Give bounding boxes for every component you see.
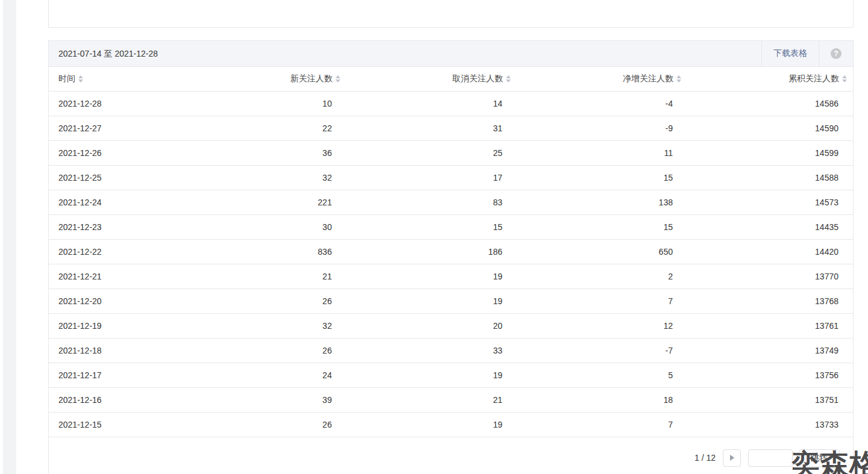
column-header-1[interactable]: 新关注人数: [238, 67, 346, 91]
value-cell: 32: [238, 313, 346, 338]
value-cell: 14573: [687, 190, 853, 214]
followers-table: 时间新关注人数取消关注人数净增关注人数累积关注人数 2021-12-281014…: [49, 67, 853, 437]
table-row: 2021-12-2330151514435: [49, 214, 853, 239]
watermark-text: 奕森格: [792, 446, 868, 474]
value-cell: 39: [238, 387, 346, 412]
table-row: 2021-12-172419513756: [49, 363, 853, 387]
value-cell: 30: [238, 214, 346, 239]
value-cell: 19: [346, 412, 517, 437]
value-cell: 14: [346, 91, 517, 116]
value-cell: 83: [346, 190, 517, 214]
value-cell: 221: [238, 190, 346, 214]
table-row: 2021-12-2636251114599: [49, 140, 853, 165]
value-cell: 17: [346, 165, 517, 190]
value-cell: 11: [517, 140, 687, 165]
sort-caret-icon[interactable]: [676, 75, 681, 83]
table-row: 2021-12-2283618665014420: [49, 239, 853, 264]
left-gutter: [3, 0, 16, 474]
date-cell: 2021-12-16: [49, 387, 238, 412]
top-card: [48, 0, 854, 28]
date-cell: 2021-12-24: [49, 190, 238, 214]
value-cell: -9: [517, 116, 687, 140]
value-cell: 33: [346, 338, 517, 363]
value-cell: 14599: [687, 140, 853, 165]
value-cell: 138: [517, 190, 687, 214]
value-cell: 13768: [687, 288, 853, 313]
value-cell: 13761: [687, 313, 853, 338]
column-header-label: 时间: [58, 73, 75, 83]
value-cell: 31: [346, 116, 517, 140]
table-row: 2021-12-272231-914590: [49, 116, 853, 140]
value-cell: 14586: [687, 91, 853, 116]
value-cell: 14588: [687, 165, 853, 190]
value-cell: 836: [238, 239, 346, 264]
value-cell: -4: [517, 91, 687, 116]
value-cell: 26: [238, 288, 346, 313]
value-cell: 7: [517, 288, 687, 313]
value-cell: 32: [238, 165, 346, 190]
value-cell: 15: [517, 214, 687, 239]
column-header-2[interactable]: 取消关注人数: [346, 67, 517, 91]
column-header-label: 取消关注人数: [452, 73, 503, 83]
table-row: 2021-12-1639211813751: [49, 387, 853, 412]
table-row: 2021-12-152619713733: [49, 412, 853, 437]
sort-caret-icon[interactable]: [842, 75, 847, 83]
date-cell: 2021-12-27: [49, 116, 238, 140]
table-row: 2021-12-1932201213761: [49, 313, 853, 338]
value-cell: 26: [238, 338, 346, 363]
date-range-label: 2021-07-14 至 2021-12-28: [49, 41, 761, 66]
column-header-0[interactable]: 时间: [49, 67, 238, 91]
sort-caret-icon[interactable]: [78, 75, 83, 83]
sort-caret-icon[interactable]: [336, 75, 340, 83]
value-cell: 14435: [687, 214, 853, 239]
column-header-3[interactable]: 净增关注人数: [517, 67, 687, 91]
table-row: 2021-12-2532171514588: [49, 165, 853, 190]
date-cell: 2021-12-17: [49, 363, 238, 387]
followers-stats-panel: 2021-07-14 至 2021-12-28 下载表格 ? 时间新关注人数取消…: [48, 40, 854, 474]
value-cell: 25: [346, 140, 517, 165]
value-cell: 19: [346, 288, 517, 313]
column-header-label: 累积关注人数: [788, 73, 839, 83]
column-header-label: 净增关注人数: [623, 73, 673, 83]
value-cell: -7: [517, 338, 687, 363]
question-mark-icon[interactable]: ?: [831, 48, 841, 59]
value-cell: 20: [346, 313, 517, 338]
table-row: 2021-12-202619713768: [49, 288, 853, 313]
value-cell: 26: [238, 412, 346, 437]
table-row: 2021-12-182633-713749: [49, 338, 853, 363]
value-cell: 18: [517, 387, 687, 412]
page-indicator: 1 / 12: [695, 453, 716, 463]
column-header-label: 新关注人数: [290, 73, 333, 83]
table-row: 2021-12-242218313814573: [49, 190, 853, 214]
value-cell: 7: [517, 412, 687, 437]
next-page-icon: [730, 455, 734, 461]
date-cell: 2021-12-25: [49, 165, 238, 190]
value-cell: 21: [238, 264, 346, 288]
value-cell: 19: [346, 363, 517, 387]
value-cell: 19: [346, 264, 517, 288]
date-cell: 2021-12-23: [49, 214, 238, 239]
value-cell: 22: [238, 116, 346, 140]
help-button[interactable]: ?: [819, 41, 853, 66]
date-cell: 2021-12-26: [49, 140, 238, 165]
value-cell: 13751: [687, 387, 853, 412]
value-cell: 21: [346, 387, 517, 412]
value-cell: 10: [238, 91, 346, 116]
date-cell: 2021-12-18: [49, 338, 238, 363]
table-header-row: 时间新关注人数取消关注人数净增关注人数累积关注人数: [49, 67, 853, 91]
value-cell: 2: [517, 264, 687, 288]
date-cell: 2021-12-19: [49, 313, 238, 338]
value-cell: 13770: [687, 264, 853, 288]
table-row: 2021-12-281014-414586: [49, 91, 853, 116]
value-cell: 14590: [687, 116, 853, 140]
value-cell: 13733: [687, 412, 853, 437]
panel-header: 2021-07-14 至 2021-12-28 下载表格 ?: [49, 41, 853, 67]
value-cell: 14420: [687, 239, 853, 264]
value-cell: 24: [238, 363, 346, 387]
page-jump-input[interactable]: [748, 449, 793, 467]
sort-caret-icon[interactable]: [506, 75, 511, 83]
date-cell: 2021-12-15: [49, 412, 238, 437]
next-page-button[interactable]: [723, 449, 741, 467]
column-header-4[interactable]: 累积关注人数: [687, 67, 853, 91]
download-table-button[interactable]: 下载表格: [761, 41, 819, 66]
